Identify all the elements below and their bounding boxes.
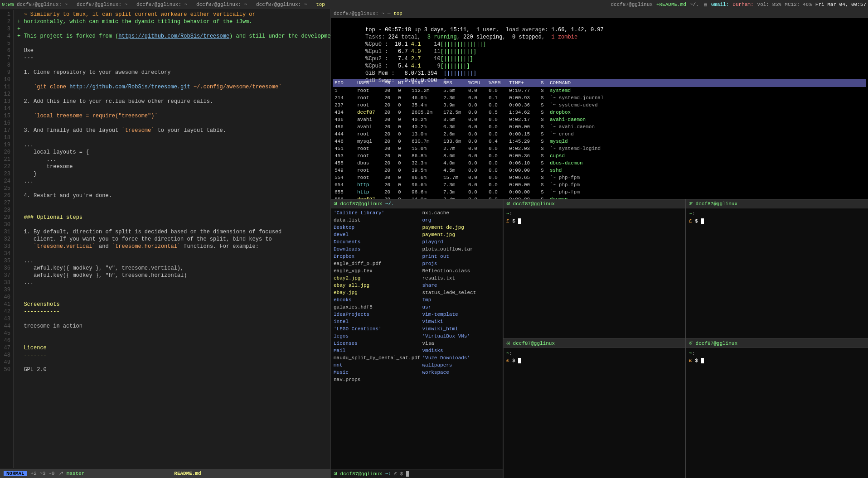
term-content-3[interactable]: ~: £ $ xyxy=(504,348,685,478)
file-item[interactable]: share xyxy=(421,282,501,289)
file-item[interactable]: tmp xyxy=(421,296,501,304)
proc-time: 1:45.29 xyxy=(507,138,539,145)
editor-line: Use xyxy=(17,47,330,54)
file-item[interactable]: eagle_vgp.tex xyxy=(333,267,421,275)
file-item[interactable]: vimwiki xyxy=(421,318,501,325)
file-item[interactable]: results.txt xyxy=(421,275,501,282)
editor-line: + xyxy=(17,25,330,33)
proc-s: S xyxy=(539,174,548,181)
file-item[interactable]: print_out xyxy=(421,253,501,260)
proc-s: S xyxy=(539,181,548,188)
proc-ni: 0 xyxy=(396,196,410,199)
file-item[interactable]: 'Vuze Downloads' xyxy=(421,354,501,362)
file-item[interactable]: 'VirtualBox VMs' xyxy=(421,333,501,340)
editor-filename: README.md xyxy=(174,471,201,476)
top-content[interactable]: top - 00:57:18 up 3 days, 15:11, 1 user,… xyxy=(331,18,868,199)
proc-res: 2.3m xyxy=(441,94,466,101)
proc-ni: 0 xyxy=(396,94,410,101)
proc-pid: 444 xyxy=(333,130,355,138)
file-item[interactable]: playgrd xyxy=(421,238,501,246)
file-item[interactable]: Desktop xyxy=(333,224,421,231)
term-content-2[interactable]: ~: £ $ xyxy=(686,208,868,338)
file-list[interactable]: 'Calibre Library'data.listDesktopdevelDo… xyxy=(331,208,503,469)
file-item[interactable]: Documents xyxy=(333,238,421,246)
proc-time: 0:00.93 xyxy=(507,94,539,101)
file-item[interactable]: projs xyxy=(421,260,501,267)
file-item[interactable]: visa xyxy=(421,340,501,347)
proc-virt: 96.6m xyxy=(410,181,441,188)
file-item[interactable]: legos xyxy=(333,333,421,340)
file-item[interactable]: Mail xyxy=(333,347,421,354)
proc-s: S xyxy=(539,101,548,109)
editor-line: client. If you want you to force the dir… xyxy=(17,236,330,243)
file-item[interactable]: ebay2.jpg xyxy=(333,275,421,282)
proc-virt: 14.0m xyxy=(410,196,441,199)
proc-time: 0:02.03 xyxy=(507,145,539,152)
term-content-1[interactable]: ~: £ $ xyxy=(504,208,685,338)
file-item[interactable]: mnt xyxy=(333,362,421,369)
file-item[interactable]: vmdisks xyxy=(421,347,501,354)
editor-line: + horizontally, which can mimic the dyam… xyxy=(17,18,330,25)
file-item[interactable]: intel xyxy=(333,318,421,325)
proc-ni: 0 xyxy=(396,109,410,116)
proc-pid: 554 xyxy=(333,174,355,181)
proc-time: 0:19.77 xyxy=(507,87,539,94)
proc-ni: 0 xyxy=(396,152,410,159)
file-item[interactable]: Music xyxy=(333,369,421,376)
proc-res: 172.5m xyxy=(441,109,466,116)
proc-res: 4.5m xyxy=(441,167,466,174)
file-item[interactable]: nxj.cache xyxy=(421,209,501,217)
editor-line xyxy=(17,91,330,98)
file-item[interactable]: Reflection.class xyxy=(421,267,501,275)
process-row: 453 root 20 0 86.8m 8.6m 0.0 0.0 0:00.36… xyxy=(333,152,866,159)
proc-ni: 0 xyxy=(396,130,410,138)
process-row: 549 root 20 0 39.5m 4.5m 0.0 0.0 0:00.00… xyxy=(333,167,866,174)
proc-ni: 0 xyxy=(396,167,410,174)
proc-s: S xyxy=(539,116,548,123)
file-item[interactable]: status_led0_select xyxy=(421,289,501,296)
file-item[interactable]: 'LEGO Creations' xyxy=(333,325,421,333)
proc-s: S xyxy=(539,123,548,130)
file-item[interactable]: eagle_diff_o.pdf xyxy=(333,260,421,267)
file-item[interactable]: galaxies.hdf5 xyxy=(333,304,421,311)
editor-status: NORMAL +2 ~3 -0 ⎇ master README.md xyxy=(0,469,330,478)
file-item[interactable]: ebay.jpg xyxy=(333,289,421,296)
file-item[interactable]: Downloads xyxy=(333,246,421,253)
term-header-3: अ dccf87@gglinux xyxy=(504,339,685,348)
tb-durham: Durham: xyxy=(732,2,753,7)
process-tbody: 1 root 20 0 112.2m 5.6m 0.0 0.0 0:19.77 … xyxy=(333,87,866,199)
file-item[interactable]: Licenses xyxy=(333,340,421,347)
file-item[interactable]: ebay_all.jpg xyxy=(333,282,421,289)
file-item[interactable]: nav.props xyxy=(333,376,421,383)
proc-mem: 0.0 xyxy=(487,130,507,138)
file-item[interactable]: org xyxy=(421,217,501,224)
proc-cmd: dbus-daemon xyxy=(548,159,866,167)
file-item[interactable]: plots_outflow.tar xyxy=(421,246,501,253)
file-item[interactable]: maudu_split_by_cental_sat.pdf xyxy=(333,354,421,362)
editor-content[interactable]: 12345 678910 1112131415 1617181920 21222… xyxy=(0,9,330,469)
file-item[interactable]: workspace xyxy=(421,369,501,376)
file-item[interactable]: data.list xyxy=(333,217,421,224)
proc-s: S xyxy=(539,159,548,167)
file-item[interactable]: vim-template xyxy=(421,311,501,318)
file-item[interactable]: wallpapers xyxy=(421,362,501,369)
proc-time: 0:00.00 xyxy=(507,123,539,130)
proc-res: 3.9m xyxy=(441,101,466,109)
editor-text[interactable]: ~ Similarly to tmux, it can split curren… xyxy=(14,10,330,468)
file-item[interactable]: vimwiki_html xyxy=(421,325,501,333)
term-content-4[interactable]: ~: £ $ xyxy=(686,348,868,478)
file-item[interactable]: payment.jpg xyxy=(421,231,501,238)
file-item[interactable]: Dropbox xyxy=(333,253,421,260)
file-item[interactable]: usr xyxy=(421,304,501,311)
file-item[interactable]: 'Calibre Library' xyxy=(333,209,421,217)
proc-virt: 40.2m xyxy=(410,116,441,123)
term-header-1: अ dccf87@gglinux xyxy=(504,199,685,208)
file-item[interactable]: payment_de.jpg xyxy=(421,224,501,231)
file-item[interactable]: devel xyxy=(333,231,421,238)
proc-pid: 654 xyxy=(333,181,355,188)
file-item[interactable]: IdeaProjects xyxy=(333,311,421,318)
proc-time: 0:02.17 xyxy=(507,116,539,123)
proc-s: S xyxy=(539,152,548,159)
proc-time: 0:00.15 xyxy=(507,130,539,138)
file-item[interactable]: ebooks xyxy=(333,296,421,304)
